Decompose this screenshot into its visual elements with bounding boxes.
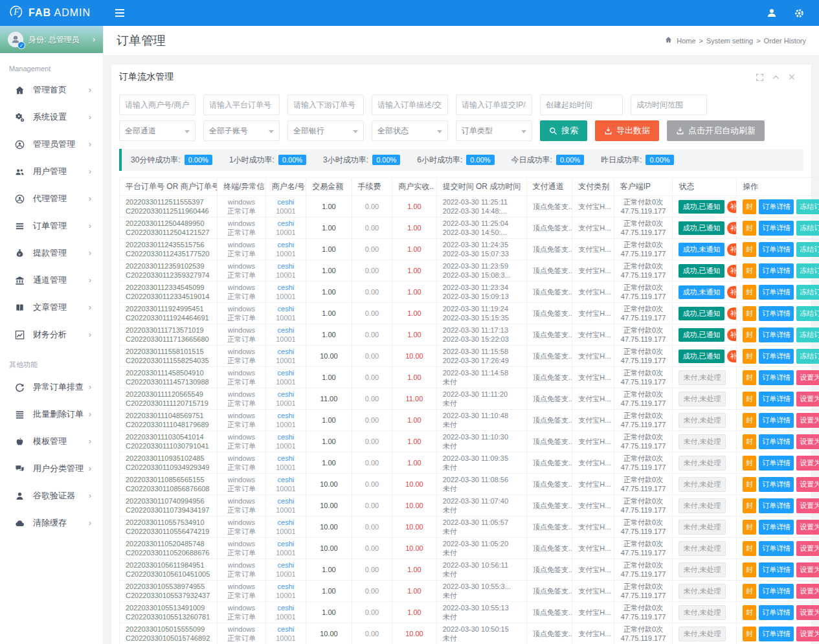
merchant-link[interactable]: ceshi [269,326,303,335]
setpaid-button[interactable]: 设置为已支付 [796,434,819,449]
detail-button[interactable]: 订单详情 [759,349,794,364]
detail-button[interactable]: 订单详情 [759,498,794,513]
downstream-order-input[interactable] [287,94,364,115]
detail-button[interactable]: 订单详情 [759,263,794,278]
sidebar-item-batch-delete-orders[interactable]: 批量删除订单› [0,401,103,428]
detail-button[interactable]: 订单详情 [759,584,794,599]
sidebar-item-article-management[interactable]: 文章管理› [0,294,103,321]
export-data-button[interactable]: 导出数据 [595,120,659,141]
auto-refresh-button[interactable]: 点击开启自动刷新 [667,120,765,141]
seal-button[interactable]: 封 [743,520,756,535]
submit-ip-input[interactable] [456,94,532,115]
bank-select[interactable]: 全部银行 [287,120,364,141]
merchant-link[interactable]: ceshi [269,347,303,356]
supplement-badge[interactable]: 补 [727,265,737,277]
seal-button[interactable]: 封 [743,498,756,513]
expand-icon[interactable] [756,73,764,82]
channel-select[interactable]: 全部通道 [119,120,196,141]
setpaid-button[interactable]: 设置为已支付 [796,562,819,577]
sidebar-item-user-management[interactable]: 用户管理› [0,158,103,185]
detail-button[interactable]: 订单详情 [759,199,794,214]
breadcrumb-system-setting[interactable]: System setting [706,37,753,45]
seal-button[interactable]: 封 [743,605,756,620]
seal-button[interactable]: 封 [743,584,756,599]
profile-banner[interactable]: ✓ 身份: 总管理员 › [0,26,103,53]
detail-button[interactable]: 订单详情 [759,434,794,449]
seal-button[interactable]: 封 [743,306,756,321]
merchant-link[interactable]: ceshi [269,261,303,271]
setpaid-button[interactable]: 设置为已支付 [796,392,819,406]
close-icon[interactable] [788,73,796,81]
setpaid-button[interactable]: 设置为已支付 [796,498,819,513]
freeze-button[interactable]: 冻结订单 [796,285,819,300]
sidebar-item-order-management[interactable]: 订单管理› [0,212,103,239]
detail-button[interactable]: 订单详情 [759,520,794,535]
sidebar-item-agent-management[interactable]: 代理管理› [0,185,103,212]
seal-button[interactable]: 封 [743,285,756,300]
merchant-link[interactable]: ceshi [269,625,303,634]
seal-button[interactable]: 封 [743,370,756,385]
sidebar-item-clear-cache[interactable]: 清除缓存› [0,509,103,537]
platform-order-input[interactable] [203,94,280,115]
merchant-link[interactable]: ceshi [269,283,303,292]
setpaid-button[interactable]: 设置为已支付 [796,477,819,492]
sidebar-item-admin-management[interactable]: 管理员管理› [0,131,103,158]
merchant-link[interactable]: ceshi [269,475,303,484]
status-select[interactable]: 全部状态 [372,120,448,141]
freeze-button[interactable]: 冻结订单 [796,306,819,321]
sidebar-item-channel-management[interactable]: 通道管理› [0,267,103,294]
sidebar-item-admin-home[interactable]: 管理首页› [0,76,103,104]
detail-button[interactable]: 订单详情 [759,328,794,342]
detail-button[interactable]: 订单详情 [759,221,794,236]
seal-button[interactable]: 封 [743,221,756,236]
supplement-badge[interactable]: 补 [727,329,737,341]
merchant-link[interactable]: ceshi [269,518,303,527]
gear-icon[interactable] [794,8,805,19]
setpaid-button[interactable]: 设置为已支付 [796,584,819,599]
sidebar-item-system-settings[interactable]: 系统设置› [0,104,103,131]
order-type-select[interactable]: 订单类型 [456,120,532,141]
sidebar-item-finance-analysis[interactable]: 财务分析› [0,321,103,348]
setpaid-button[interactable]: 设置为已支付 [796,413,819,428]
detail-button[interactable]: 订单详情 [759,242,794,257]
setpaid-button[interactable]: 设置为已支付 [796,605,819,620]
seal-button[interactable]: 封 [743,392,756,406]
seal-button[interactable]: 封 [743,349,756,364]
seal-button[interactable]: 封 [743,434,756,449]
seal-button[interactable]: 封 [743,199,756,214]
freeze-button[interactable]: 冻结订单 [796,328,819,342]
detail-button[interactable]: 订单详情 [759,413,794,428]
merchant-link[interactable]: ceshi [269,454,303,463]
detail-button[interactable]: 订单详情 [759,370,794,385]
detail-button[interactable]: 订单详情 [759,477,794,492]
user-icon[interactable] [767,8,777,18]
supplement-badge[interactable]: 补 [727,307,737,320]
seal-button[interactable]: 封 [743,627,756,641]
seal-button[interactable]: 封 [743,413,756,428]
setpaid-button[interactable]: 设置为已支付 [796,627,819,641]
merchant-link[interactable]: ceshi [269,603,303,612]
collapse-icon[interactable] [772,73,780,82]
sidebar-item-google-authenticator[interactable]: 谷歌验证器› [0,482,103,509]
merchant-link[interactable]: ceshi [269,411,303,420]
seal-button[interactable]: 封 [743,263,756,278]
seal-button[interactable]: 封 [743,541,756,556]
seal-button[interactable]: 封 [743,328,756,342]
merchant-search-input[interactable] [119,94,196,115]
supplement-badge[interactable]: 补 [727,222,737,234]
brand[interactable]: F FAB ADMIN [0,0,104,26]
freeze-button[interactable]: 冻结订单 [796,349,819,364]
supplement-badge[interactable]: 补 [727,201,737,213]
seal-button[interactable]: 封 [743,456,756,471]
freeze-button[interactable]: 冻结订单 [796,242,819,257]
subaccount-select[interactable]: 全部子账号 [203,120,280,141]
breadcrumb-home[interactable]: Home [677,37,695,45]
merchant-link[interactable]: ceshi [269,240,303,249]
supplement-badge[interactable]: 补 [727,286,737,298]
search-button[interactable]: 搜索 [540,120,587,141]
merchant-link[interactable]: ceshi [269,390,303,399]
merchant-link[interactable]: ceshi [269,539,303,548]
detail-button[interactable]: 订单详情 [759,605,794,620]
detail-button[interactable]: 订单详情 [759,456,794,471]
setpaid-button[interactable]: 设置为已支付 [796,456,819,471]
